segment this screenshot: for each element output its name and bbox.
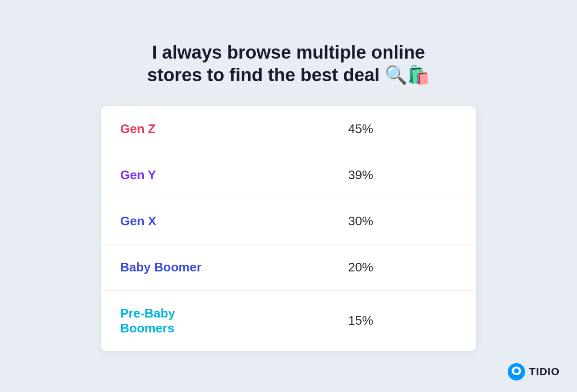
label-cell: Gen Y <box>101 152 245 198</box>
label-cell: Baby Boomer <box>101 245 245 290</box>
logo-text: TIDIO <box>529 366 560 378</box>
generation-label: Gen Y <box>120 168 156 183</box>
label-cell: Pre-Baby Boomers <box>101 291 245 351</box>
label-cell: Gen Z <box>101 106 245 152</box>
generation-label: Gen X <box>120 214 156 229</box>
main-container: I always browse multiple onlinestores to… <box>72 41 505 351</box>
generation-label: Gen Z <box>120 122 156 136</box>
table-row: Gen Z 45% <box>101 106 476 152</box>
percentage-value: 39% <box>348 168 373 183</box>
logo-area: TIDIO <box>508 363 560 380</box>
value-cell: 15% <box>245 291 476 351</box>
tidio-logo-icon <box>508 363 525 380</box>
percentage-value: 20% <box>348 260 373 275</box>
table-row: Baby Boomer 20% <box>101 245 476 291</box>
generation-label: Pre-Baby Boomers <box>120 306 226 336</box>
value-cell: 20% <box>245 245 476 290</box>
generation-label: Baby Boomer <box>120 260 201 275</box>
percentage-value: 15% <box>348 313 373 328</box>
percentage-value: 45% <box>348 122 373 136</box>
value-cell: 45% <box>245 106 476 152</box>
page-title: I always browse multiple onlinestores to… <box>147 41 430 87</box>
svg-point-2 <box>514 368 519 373</box>
label-cell: Gen X <box>101 198 245 244</box>
percentage-value: 30% <box>348 214 373 229</box>
value-cell: 30% <box>245 198 476 244</box>
table-row: Pre-Baby Boomers 15% <box>101 291 476 351</box>
data-table: Gen Z 45% Gen Y 39% Gen X 30% Baby <box>101 106 476 351</box>
value-cell: 39% <box>245 152 476 198</box>
table-row: Gen X 30% <box>101 198 476 245</box>
table-row: Gen Y 39% <box>101 152 476 198</box>
